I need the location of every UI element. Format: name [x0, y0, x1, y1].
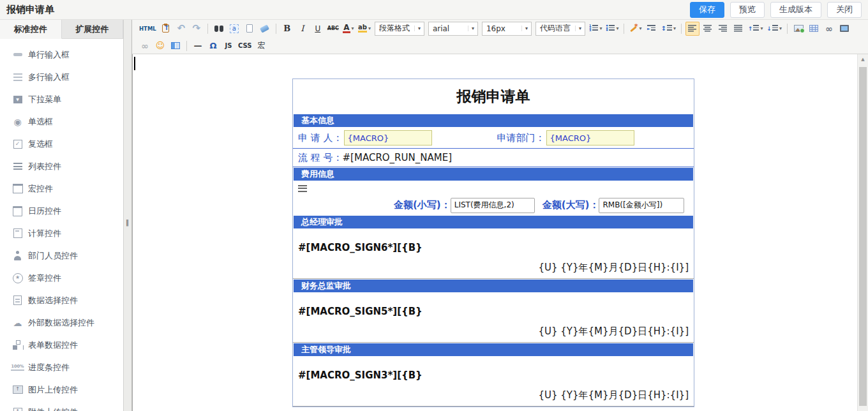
sidebar-item-signature-control[interactable]: 签章控件 — [0, 267, 123, 289]
insert-macro-button[interactable]: 宏 — [254, 39, 268, 53]
align-right-button[interactable] — [716, 22, 730, 36]
remove-format-button[interactable] — [258, 22, 272, 36]
sidebar-item-external-data-select-control[interactable]: 外部数据选择控件 — [0, 311, 123, 334]
sidebar-item-list-control[interactable]: 列表控件 — [0, 155, 123, 177]
sidebar-item-macro-control[interactable]: 宏控件 — [0, 177, 123, 200]
toolbar-separator — [681, 24, 682, 34]
toolbar-row-2: —ΩJSCSS宏 — [133, 37, 867, 54]
auto-format-button[interactable]: ▾ — [628, 22, 643, 36]
save-button[interactable]: 保存 — [690, 2, 724, 18]
font-family-select[interactable]: arial▾ — [428, 22, 478, 36]
indent-button[interactable] — [644, 22, 658, 36]
sidebar-item-dept-person-control[interactable]: 部门人员控件 — [0, 244, 123, 267]
line-height-button[interactable]: ▾ — [659, 22, 677, 36]
close-button[interactable]: 关闭 — [827, 2, 862, 18]
sign-macro: #[MACRO_SIGN3*][{B} — [298, 370, 689, 381]
insert-table-icon — [809, 25, 818, 32]
underline-button[interactable]: U — [311, 22, 325, 36]
section-header-gm-approval: 总经理审批 — [293, 215, 694, 229]
sign-date: {U} {Y}年{M}月{D}日{H}:{I}] — [298, 262, 689, 274]
underline-icon: U — [315, 24, 320, 33]
editor-toolbar: HTMLaBIUABCA▾ab▾段落格式▾arial▾16px▾代码语言▾▾▾▾… — [132, 20, 868, 54]
insert-css-button[interactable]: CSS — [237, 39, 253, 53]
sidebar-item-attachment-upload-control[interactable]: 附件上传控件 — [0, 401, 123, 411]
insert-image-button[interactable] — [791, 22, 805, 36]
sign-macro: #[MACRO_SIGN5*][{B} — [298, 306, 689, 317]
sign-date: {U} {Y}年{M}月{D}日{H}:{I}] — [298, 389, 689, 401]
undo-button[interactable] — [174, 22, 188, 36]
tab-extended-controls[interactable]: 扩展控件 — [62, 20, 124, 39]
text-caret — [134, 57, 135, 70]
amount-lower-field[interactable] — [451, 198, 535, 213]
ordered-list-button[interactable]: ▾ — [588, 22, 604, 36]
align-center-button[interactable] — [701, 22, 715, 36]
scrollbar-thumb[interactable] — [859, 67, 867, 406]
sidebar-item-label: 表单数据控件 — [28, 340, 78, 351]
sidebar-item-label: 部门人员控件 — [28, 250, 78, 262]
align-justify-button[interactable] — [731, 22, 745, 36]
font-size-select[interactable]: 16px▾ — [482, 22, 532, 36]
sidebar-item-checkbox[interactable]: 复选框 — [0, 133, 123, 155]
sidebar-item-label: 复选框 — [28, 138, 53, 150]
sidebar-tabs: 标准控件 扩展控件 — [0, 20, 123, 39]
sidebar-item-form-data-control[interactable]: 表单数据控件 — [0, 334, 123, 356]
sidebar-item-multi-line-input[interactable]: 多行输入框 — [0, 66, 123, 88]
new-document-button[interactable] — [243, 22, 257, 36]
line-height-icon — [661, 25, 671, 32]
sidebar-item-dropdown-menu[interactable]: 下拉菜单 — [0, 88, 123, 110]
form-table[interactable]: 报销申请单 基本信息 申 请 人： 申请部门： 流 程 号：#[MACRO_RU… — [292, 78, 694, 407]
list-control-placeholder-icon[interactable] — [298, 185, 307, 192]
generate-version-button[interactable]: 生成版本 — [770, 2, 821, 18]
select-all-button[interactable]: a — [227, 22, 241, 36]
sign-date: {U} {Y}年{M}月{D}日{H}:{I}] — [298, 325, 689, 338]
row-flow-number: 流 程 号：#[MACRO_RUN_NAME] — [293, 149, 694, 167]
fullscreen-button[interactable] — [837, 22, 851, 36]
sidebar-item-calendar-control[interactable]: 日历控件 — [0, 200, 123, 222]
horizontal-rule-button[interactable]: — — [191, 39, 205, 53]
sidebar-splitter[interactable] — [123, 20, 132, 411]
insert-js-button[interactable]: JS — [221, 39, 236, 53]
insert-link-icon — [825, 24, 833, 33]
splitter-handle-icon[interactable] — [126, 219, 129, 226]
sidebar-item-radio[interactable]: 单选框 — [0, 110, 123, 133]
sidebar-item-data-select-control[interactable]: 数据选择控件 — [0, 289, 123, 311]
sidebar-item-image-upload-control[interactable]: 图片上传控件 — [0, 378, 123, 401]
vertical-scrollbar[interactable] — [857, 54, 868, 411]
font-color-button[interactable]: A▾ — [341, 22, 355, 36]
paragraph-spacing-top-button[interactable]: ▾ — [747, 22, 765, 36]
unordered-list-button[interactable]: ▾ — [604, 22, 620, 36]
section-header-expense-info: 费用信息 — [293, 167, 694, 181]
applicant-field[interactable] — [344, 130, 432, 146]
sidebar-item-label: 列表控件 — [28, 161, 61, 172]
paragraph-spacing-bottom-button[interactable]: ▾ — [765, 22, 783, 36]
find-replace-button[interactable] — [212, 22, 226, 36]
html-source-button[interactable]: HTML — [138, 22, 158, 36]
dept-field[interactable] — [546, 130, 634, 146]
sidebar-item-single-line-input[interactable]: 单行输入框 — [0, 43, 123, 66]
editor-canvas[interactable]: 报销申请单 基本信息 申 请 人： 申请部门： 流 程 号：#[MACRO_RU… — [132, 54, 868, 411]
select-all-icon: a — [230, 24, 239, 33]
scroll-up-arrow-icon[interactable] — [858, 54, 868, 64]
special-char-button[interactable]: Ω — [206, 39, 220, 53]
italic-button[interactable]: I — [296, 22, 310, 36]
sidebar-item-progress-bar-control[interactable]: 进度条控件 — [0, 356, 123, 378]
paste-button[interactable] — [159, 22, 173, 36]
insert-link-button[interactable] — [822, 22, 836, 36]
emoticon-button[interactable] — [153, 39, 167, 53]
sidebar-item-calc-control[interactable]: 计算控件 — [0, 222, 123, 244]
paragraph-format-select[interactable]: 段落格式▾ — [375, 22, 424, 36]
align-left-button[interactable] — [685, 22, 700, 36]
unlink-button[interactable] — [138, 39, 152, 53]
page-layout-button[interactable] — [168, 39, 183, 53]
horizontal-rule-icon: — — [194, 41, 202, 50]
preview-button[interactable]: 预览 — [730, 2, 765, 18]
tab-standard-controls[interactable]: 标准控件 — [0, 20, 62, 39]
calculator-icon — [12, 228, 23, 239]
strikethrough-button[interactable]: ABC — [326, 22, 340, 36]
code-language-select[interactable]: 代码语言▾ — [535, 22, 585, 36]
amount-upper-field[interactable] — [599, 198, 684, 213]
bold-button[interactable]: B — [280, 22, 294, 36]
insert-table-button[interactable] — [807, 22, 821, 36]
redo-button[interactable] — [190, 22, 204, 36]
highlight-color-button[interactable]: ab▾ — [357, 22, 372, 36]
